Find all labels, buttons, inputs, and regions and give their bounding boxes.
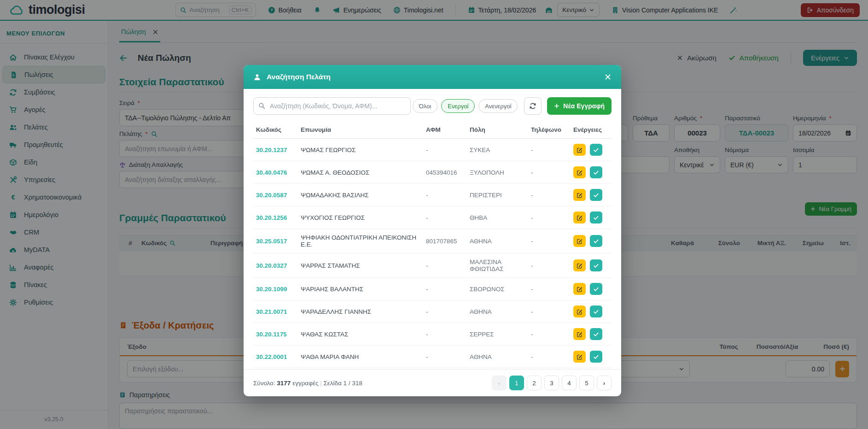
select-customer-button[interactable] [590, 212, 602, 223]
pagination: ‹12345› [492, 376, 612, 390]
select-customer-button[interactable] [590, 259, 602, 271]
customer-name: ΨΑΘΑ ΜΑΡΙΑ ΦΑΝΗ [298, 346, 423, 368]
customer-afm: - [423, 323, 467, 346]
customer-afm: - [423, 278, 467, 300]
edit-customer-button[interactable] [573, 235, 586, 247]
customers-col-header: ΑΦΜ [423, 122, 467, 139]
page-button-3[interactable]: 3 [544, 376, 559, 390]
customer-row: 30.25.0517 ΨΗΦΙΑΚΗ ΟΔΟΝΤΙΑΤΡΙΚΗ ΑΠΕΙΚΟΝΙ… [253, 229, 612, 253]
customer-search-input[interactable] [253, 97, 411, 115]
customer-city: ΠΕΡΙΣΤΕΡΙ [467, 184, 528, 206]
pencil-square-icon [577, 331, 583, 337]
refresh-icon [529, 102, 536, 110]
customer-afm: 045394016 [423, 161, 467, 184]
customer-name: ΨΑΘΑΣ ΚΩΣΤΑΣ [298, 323, 423, 346]
customer-name: ΨΩΜΑΔΑΚΗΣ ΒΑΣΙΛΗΣ [298, 184, 423, 206]
edit-customer-button[interactable] [573, 259, 586, 271]
select-customer-button[interactable] [590, 283, 602, 295]
customer-name: ΨΑΡΑΔΕΛΛΗΣ ΓΙΑΝΝΗΣ [298, 300, 423, 323]
customer-phone: - [528, 323, 571, 346]
customer-afm: - [423, 184, 467, 206]
check-icon [593, 286, 599, 292]
edit-customer-button[interactable] [573, 351, 586, 363]
filter-pills: ΌλοιΕνεργοίΑνενεργοί [413, 99, 518, 113]
customer-code-link[interactable]: 30.20.0587 [256, 192, 287, 199]
customers-table: ΚωδικόςΕπωνυμίαΑΦΜΠόληΤηλέφωνοΕνέργειες … [253, 122, 612, 368]
customer-afm: - [423, 253, 467, 278]
pencil-square-icon [577, 263, 583, 269]
customer-row: 30.20.1099 ΨΑΡΙΑΗΣ ΒΑΛΑΝΤΗΣ - ΣΒΟΡΩΝΟΣ - [253, 278, 612, 300]
check-icon [593, 215, 599, 221]
edit-customer-button[interactable] [573, 212, 586, 223]
check-icon [593, 331, 599, 337]
edit-customer-button[interactable] [573, 166, 586, 178]
customer-search-modal: Αναζήτηση Πελάτη ΌλοιΕνεργοίΑνενεργοί Νέ… [244, 65, 621, 396]
customer-code-link[interactable]: 30.22.0001 [256, 353, 287, 360]
customer-code-link[interactable]: 30.40.0476 [256, 169, 287, 176]
customer-name: ΨΩΜΑΣ ΓΕΩΡΓΙΟΣ [298, 139, 423, 161]
customer-phone: - [528, 139, 571, 161]
edit-customer-button[interactable] [573, 189, 586, 201]
customer-code-link[interactable]: 30.20.1256 [256, 214, 287, 221]
modal-footer: Σύνολο: 3177 εγγραφές | Σελίδα 1 / 318 ‹… [244, 369, 621, 396]
edit-customer-button[interactable] [573, 283, 586, 295]
page-button-2[interactable]: 2 [527, 376, 542, 390]
new-customer-button[interactable]: Νέα Εγγραφή [547, 97, 612, 115]
select-customer-button[interactable] [590, 235, 602, 247]
customer-phone: - [528, 184, 571, 206]
pencil-square-icon [577, 354, 583, 360]
customer-city: ΑΘΗΝΑ [467, 300, 528, 323]
customer-city: ΘΗΒΑ [467, 206, 528, 229]
customer-city: ΑΘΗΝΑ [467, 346, 528, 368]
customer-search-field[interactable] [253, 97, 411, 115]
customer-code-link[interactable]: 30.20.1237 [256, 147, 287, 153]
filter-pill[interactable]: Ανενεργοί [478, 99, 518, 113]
refresh-button[interactable] [524, 97, 542, 115]
customers-col-header: Τηλέφωνο [528, 122, 571, 139]
page-next-button[interactable]: › [597, 376, 612, 390]
customer-name: ΨΑΡΡΑΣ ΣΤΑΜΑΤΗΣ [298, 253, 423, 278]
select-customer-button[interactable] [590, 351, 602, 363]
customer-row: 30.21.0071 ΨΑΡΑΔΕΛΛΗΣ ΓΙΑΝΝΗΣ - ΑΘΗΝΑ - [253, 300, 612, 323]
customer-afm: - [423, 346, 467, 368]
select-customer-button[interactable] [590, 189, 602, 201]
customer-code-link[interactable]: 30.20.1175 [256, 331, 287, 338]
pencil-square-icon [577, 147, 583, 153]
customer-code-link[interactable]: 30.20.0327 [256, 262, 287, 269]
pencil-square-icon [577, 170, 583, 176]
customer-afm: 801707865 [423, 229, 467, 253]
customer-phone: - [528, 253, 571, 278]
modal-close-icon[interactable] [604, 73, 612, 81]
check-icon [593, 147, 599, 153]
customer-row: 30.22.0001 ΨΑΘΑ ΜΑΡΙΑ ΦΑΝΗ - ΑΘΗΝΑ - [253, 346, 612, 368]
edit-customer-button[interactable] [573, 306, 586, 317]
edit-customer-button[interactable] [573, 328, 586, 340]
pencil-square-icon [577, 286, 583, 292]
customer-code-link[interactable]: 30.20.1099 [256, 286, 287, 293]
page-button-5[interactable]: 5 [579, 376, 594, 390]
customer-city: ΣΒΟΡΩΝΟΣ [467, 278, 528, 300]
check-icon [593, 170, 599, 176]
page-button-1[interactable]: 1 [509, 376, 524, 390]
select-customer-button[interactable] [590, 166, 602, 178]
filter-pill[interactable]: Όλοι [413, 99, 438, 113]
select-customer-button[interactable] [590, 144, 602, 156]
select-customer-button[interactable] [590, 306, 602, 317]
customer-code-link[interactable]: 30.21.0071 [256, 308, 287, 315]
customer-city: ΣΥΚΕΑ [467, 139, 528, 161]
customer-row: 30.20.1175 ΨΑΘΑΣ ΚΩΣΤΑΣ - ΣΕΡΡΕΣ - [253, 323, 612, 346]
filter-pill[interactable]: Ενεργοί [441, 99, 475, 113]
select-customer-button[interactable] [590, 328, 602, 340]
customer-row: 30.40.0476 ΨΩΜΑΣ Α. ΘΕΟΔΟΣΙΟΣ 045394016 … [253, 161, 612, 184]
check-icon [593, 263, 599, 269]
customer-afm: - [423, 139, 467, 161]
edit-customer-button[interactable] [573, 144, 586, 156]
customer-name: ΨΑΡΙΑΗΣ ΒΑΛΑΝΤΗΣ [298, 278, 423, 300]
customers-col-header: Επωνυμία [298, 122, 423, 139]
total-count: 3177 [277, 380, 291, 387]
check-icon [593, 192, 599, 198]
customer-row: 30.20.1237 ΨΩΜΑΣ ΓΕΩΡΓΙΟΣ - ΣΥΚΕΑ - [253, 139, 612, 161]
customer-code-link[interactable]: 30.25.0517 [256, 238, 287, 245]
page-button-4[interactable]: 4 [562, 376, 577, 390]
check-icon [593, 238, 599, 244]
